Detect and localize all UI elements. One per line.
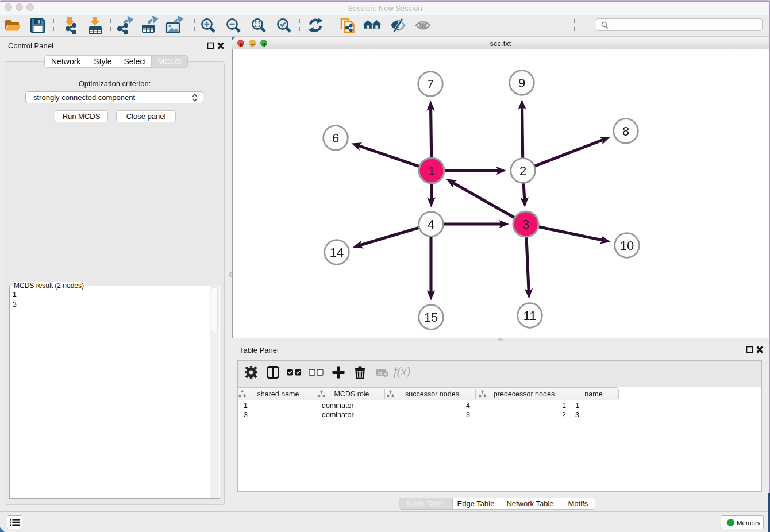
svg-text:14: 14 bbox=[330, 245, 344, 260]
svg-text:15: 15 bbox=[424, 310, 438, 325]
svg-text:4: 4 bbox=[428, 217, 434, 232]
svg-text:10: 10 bbox=[620, 238, 634, 253]
svg-text:7: 7 bbox=[427, 77, 434, 91]
svg-text:1: 1 bbox=[428, 164, 435, 178]
svg-text:f(x): f(x) bbox=[394, 365, 410, 378]
svg-text:8: 8 bbox=[622, 124, 629, 138]
svg-text:2: 2 bbox=[519, 164, 526, 178]
svg-text:9: 9 bbox=[518, 76, 525, 90]
svg-text:6: 6 bbox=[332, 131, 339, 145]
svg-text:11: 11 bbox=[523, 309, 537, 323]
svg-text:3: 3 bbox=[522, 217, 529, 232]
